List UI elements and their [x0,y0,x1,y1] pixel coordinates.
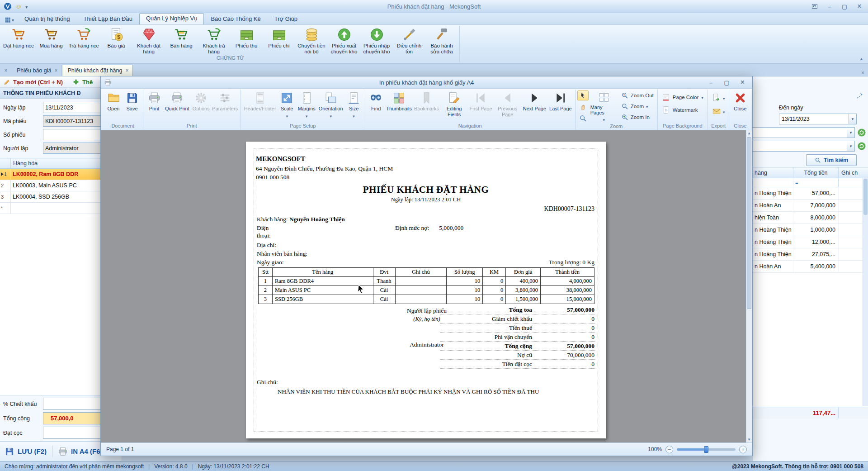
maximize-button[interactable] [838,2,851,11]
minimize-button[interactable] [823,2,836,11]
toolbar-button-label: Quick Print [165,106,189,112]
doc-tab-0[interactable]: Phiếu báo giá [12,65,62,76]
doc-tab-1[interactable]: Phiếu khách đặt hàng [62,65,133,76]
order-row-5[interactable]: n Hoàng Thiện27,075,... [753,248,868,261]
menu-tab-1[interactable]: Thiết Lập Ban Đầu [77,14,139,24]
filter-combo-2[interactable] [753,141,855,152]
ribbon-item-6[interactable]: Khách trả hàng [198,26,230,55]
open-button[interactable]: Open [104,90,123,122]
scale-button[interactable]: Scale [278,90,296,122]
order-row-3[interactable]: n Hoàng Thiện1,000,000 [753,224,868,236]
scroll-down-icon[interactable]: ▼ [746,437,752,442]
next-page-button[interactable]: Next Page [522,90,547,122]
preview-maximize-button[interactable] [719,78,734,87]
ribbon-item-3[interactable]: Báo giá [100,26,132,55]
ribbon-item-4[interactable]: Khách đặt hàng [132,26,165,55]
ribbon-item-2[interactable]: Trả hàng ncc [67,26,100,55]
tabstrip-close-icon[interactable] [861,69,864,76]
preview-titlebar[interactable]: In phiếu khách đặt hàng khổ giấy A4 [101,76,752,89]
thumbnails-button[interactable]: Thumbnails [386,90,413,122]
ribbon-item-13[interactable]: Bảo hành sửa chữa [425,26,458,55]
print-a4-button[interactable]: IN A4 (F6 [58,447,100,457]
to-date-dropdown-icon[interactable] [849,114,856,124]
pointer-tool-button[interactable] [577,90,589,100]
ribbon-item-0[interactable]: Đặt hàng ncc [2,26,35,55]
column-customer[interactable]: hàng [753,170,793,176]
add-button[interactable]: Thê [73,79,93,86]
filter-combo-1[interactable] [753,127,855,138]
zoom-in-button[interactable]: Zoom In [619,112,656,122]
zoom-slider[interactable] [677,448,736,451]
preview-minimize-button[interactable] [703,78,718,87]
preview-scrollbar-thumb[interactable] [747,137,751,309]
save-button[interactable]: LƯU (F2) [5,447,47,457]
hand-tool-button[interactable] [577,102,589,112]
tab-close-icon[interactable] [54,67,57,74]
ribbon-item-1[interactable]: Mua hàng [35,26,67,55]
refresh-icon-2[interactable] [857,142,866,151]
many-pages-button[interactable]: Many Pages [590,90,618,122]
ribbon-item-7[interactable]: Phiếu thu [230,26,263,55]
find-button[interactable]: Find [367,90,385,122]
order-row-1[interactable]: n Hoàn An7,000,000 [753,200,868,212]
fit-screen-button[interactable] [808,2,821,11]
magnifier-tool-button[interactable] [577,113,589,123]
editing-fields-button[interactable]: Editing Fields [441,90,468,122]
column-total[interactable]: Tổng tiền [793,167,838,178]
ribbon-item-8[interactable]: Phiếu chi [263,26,295,55]
page-color-button[interactable]: Page Color [660,92,706,103]
pin-icon[interactable] [856,92,863,99]
close-all-tabs-button[interactable] [0,65,12,76]
quick-print-button[interactable]: Quick Print [164,90,191,122]
close-window-button[interactable] [853,2,866,11]
zoom-slider-thumb[interactable] [704,446,708,453]
export-document-button[interactable] [710,92,727,104]
preview-canvas[interactable]: MEKONGSOFT 64 Nguyễn Đình Chiểu, Phường … [101,130,752,442]
titlebar-menu-caret-icon[interactable] [25,3,28,10]
ribbon-item-11[interactable]: Phiếu nhập chuyển kho [360,26,393,55]
to-date-input[interactable]: 13/11/2023 [779,114,857,124]
zoom-decrease-button[interactable]: − [665,446,673,453]
ribbon-item-5[interactable]: Bán hàng [165,26,198,55]
orders-filter-row[interactable]: = [753,178,868,187]
zoom-button[interactable]: Zoom [619,101,656,111]
orientation-button[interactable]: Orientation [317,90,344,122]
ribbon-item-12[interactable]: Điều chỉnh tồn [393,26,425,55]
ribbon-item-10[interactable]: Phiếu xuất chuyển kho [328,26,360,55]
create-new-button[interactable]: Tạo mới (Ctrl + N) [13,79,63,86]
order-row-6[interactable]: n Hoàn An5,400,000 [753,261,868,273]
orders-grid-header[interactable]: hàng Tổng tiền Ghi ch [753,167,868,178]
filter-amount-cell[interactable]: = [793,178,838,187]
margins-button[interactable]: Margins [297,90,317,122]
menu-tab-4[interactable]: Trợ Giúp [268,14,304,24]
orders-scrollbar-thumb[interactable] [863,179,868,215]
app-menu-button[interactable] [3,16,18,24]
smiley-icon[interactable]: ☺ [15,3,22,10]
save-button[interactable]: Save [123,90,141,122]
zoom-out-button[interactable]: Zoom Out [619,90,656,100]
watermark-button[interactable]: Watermark [660,105,706,115]
scroll-up-icon[interactable]: ▲ [746,130,752,136]
preview-scrollbar[interactable]: ▲ ▼ [746,130,752,442]
refresh-icon[interactable] [857,128,866,137]
column-note[interactable]: Ghi ch [838,167,868,178]
size-button[interactable]: Size [345,90,363,122]
tab-close-icon[interactable] [125,67,128,74]
ribbon-collapse-icon[interactable] [859,57,863,61]
send-email-button[interactable] [710,105,727,117]
print-button[interactable]: Print [145,90,163,122]
last-page-button[interactable]: Last Page [548,90,573,122]
zoom-increase-button[interactable]: + [739,446,747,453]
preview-page[interactable]: MEKONGSOFT 64 Nguyễn Đình Chiểu, Phường … [246,142,606,438]
order-row-0[interactable]: n Hoàng Thiện57,000,... [753,187,868,200]
orders-scrollbar[interactable] [863,178,868,406]
ribbon-item-9[interactable]: Chuyển tiền nội bộ [295,26,328,55]
preview-close-button[interactable] [735,78,750,87]
close-preview-button[interactable]: Close [731,90,749,122]
menu-tab-3[interactable]: Báo Cáo Thống Kê [204,14,267,24]
order-row-4[interactable]: n Hoàng Thiện12,000,... [753,236,868,248]
search-button[interactable]: Tìm kiếm [806,154,857,166]
menu-tab-0[interactable]: Quản trị hệ thống [18,14,76,24]
menu-tab-2[interactable]: Quản Lý Nghiệp Vụ [139,13,204,24]
order-row-2[interactable]: hiện Toàn8,000,000 [753,212,868,224]
